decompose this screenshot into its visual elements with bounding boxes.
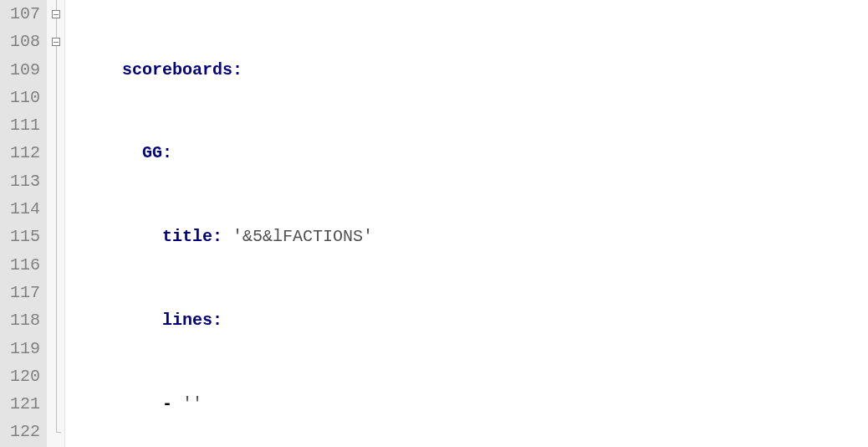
line-number: 122	[0, 418, 40, 445]
line-number: 118	[0, 306, 40, 334]
fold-column	[47, 0, 65, 447]
yaml-key: GG:	[142, 143, 172, 162]
code-line: scoreboards:	[82, 56, 868, 84]
line-number: 115	[0, 223, 40, 250]
line-number: 113	[0, 167, 40, 195]
line-number-gutter: 107 108 109 110 111 112 113 114 115 116 …	[0, 0, 47, 447]
line-number: 114	[0, 195, 40, 223]
yaml-key: lines:	[162, 311, 222, 330]
fold-toggle-icon[interactable]	[52, 10, 60, 18]
line-number: 116	[0, 251, 40, 279]
fold-toggle-icon[interactable]	[52, 38, 60, 46]
code-editor[interactable]: scoreboards: GG: title: '&5&lFACTIONS' l…	[65, 0, 868, 447]
line-number: 117	[0, 279, 40, 306]
code-line: lines:	[82, 306, 868, 334]
line-number: 108	[0, 28, 40, 55]
yaml-value: '&5&lFACTIONS'	[222, 227, 373, 246]
line-number: 111	[0, 111, 40, 139]
line-number: 110	[0, 84, 40, 111]
code-line: GG:	[82, 139, 868, 167]
line-number: 120	[0, 362, 40, 390]
line-number: 107	[0, 0, 40, 28]
yaml-key: scoreboards:	[122, 60, 243, 80]
code-line: - ''	[82, 390, 868, 418]
line-number: 121	[0, 390, 40, 418]
yaml-key: title:	[162, 227, 222, 246]
line-number: 112	[0, 139, 40, 167]
line-number: 109	[0, 56, 40, 84]
code-line: title: '&5&lFACTIONS'	[82, 223, 868, 250]
yaml-value: ''	[182, 394, 202, 414]
line-number: 119	[0, 335, 40, 362]
yaml-dash: -	[162, 394, 182, 414]
